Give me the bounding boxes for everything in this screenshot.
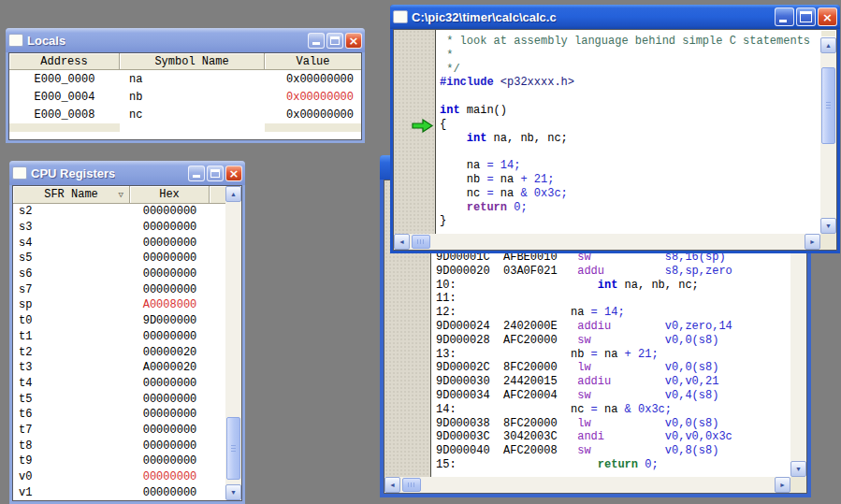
register-row[interactable]: t800000000 xyxy=(13,438,225,454)
locals-table-row[interactable]: E000_0008nc0x00000000 xyxy=(9,106,361,123)
minimize-button[interactable] xyxy=(308,33,325,49)
close-button[interactable]: × xyxy=(818,7,837,26)
register-row[interactable]: t700000000 xyxy=(13,423,225,439)
register-row[interactable]: t500000000 xyxy=(13,391,225,407)
column-header-value[interactable]: Value xyxy=(265,53,361,70)
minimize-icon xyxy=(779,20,787,22)
cell: na xyxy=(120,73,265,86)
cpu-registers-window: CPU Registers × SFR Name ▽ Hex s20000000… xyxy=(9,161,245,504)
window-title: C:\pic32\timer\calc\calc.c xyxy=(412,10,557,24)
code-token: sw xyxy=(577,444,590,457)
locals-table-row[interactable]: E000_0004nb0x00000000 xyxy=(9,88,361,106)
editor-hscrollbar[interactable]: ◄ ► xyxy=(394,234,820,250)
register-row[interactable]: v100000000 xyxy=(13,484,225,500)
register-row[interactable]: s300000000 xyxy=(13,220,225,236)
maximize-button[interactable] xyxy=(796,7,816,26)
code-token: sw xyxy=(577,389,590,402)
code-line: 9D0000388FC20000lwv0,0(s8) xyxy=(436,417,790,431)
register-row[interactable]: v000000000 xyxy=(13,469,225,485)
editor-vscrollbar[interactable]: ▲ ▼ xyxy=(820,30,836,234)
window-title: Locals xyxy=(27,34,65,48)
register-name: t4 xyxy=(13,377,130,390)
register-row[interactable]: t09D000000 xyxy=(13,313,225,329)
editor-code[interactable]: * look at assembly language behind simpl… xyxy=(440,35,820,234)
cpu-registers-header[interactable]: SFR Name ▽ Hex xyxy=(13,186,225,204)
cpu-registers-titlebar[interactable]: CPU Registers × xyxy=(9,161,245,185)
code-line: intmain() xyxy=(440,104,820,118)
scroll-left-button[interactable]: ◄ xyxy=(384,477,400,493)
code-token: nb xyxy=(467,173,480,186)
splitter-box[interactable] xyxy=(820,30,836,37)
column-header-hex[interactable]: Hex xyxy=(130,186,210,204)
code-line xyxy=(440,90,820,104)
locals-table-row[interactable]: E000_0000na0x00000000 xyxy=(9,70,361,88)
register-row[interactable]: t200000020 xyxy=(13,344,225,360)
column-header-sfr-name[interactable]: SFR Name ▽ xyxy=(13,186,130,204)
minimize-button[interactable] xyxy=(188,166,205,181)
scroll-down-button[interactable]: ▼ xyxy=(820,218,836,234)
disassembly-hscrollbar[interactable]: ◄ ► xyxy=(384,477,790,493)
register-row[interactable]: t600000000 xyxy=(13,407,225,423)
register-row[interactable]: t100000000 xyxy=(13,329,225,345)
editor-titlebar[interactable]: C:\pic32\timer\calc\calc.c × xyxy=(390,5,840,29)
scroll-left-button[interactable]: ◄ xyxy=(394,234,410,250)
minimize-button[interactable] xyxy=(775,7,794,26)
close-button[interactable]: × xyxy=(345,33,362,49)
maximize-button[interactable] xyxy=(326,33,343,49)
code-token: * look at assembly language behind simpl… xyxy=(446,35,810,48)
register-row[interactable]: t900000000 xyxy=(13,454,225,469)
register-row[interactable]: s200000000 xyxy=(13,204,225,220)
code-token: andi xyxy=(577,430,604,443)
close-icon: × xyxy=(349,35,359,47)
code-line: { xyxy=(440,118,820,132)
cell: E000_0004 xyxy=(9,91,120,104)
code-token: = xyxy=(486,173,493,186)
scroll-down-button[interactable]: ▼ xyxy=(790,461,806,477)
code-token: lw xyxy=(577,417,590,430)
register-row[interactable]: spA0008000 xyxy=(13,297,225,313)
close-button[interactable]: × xyxy=(225,166,242,181)
register-row[interactable]: s700000000 xyxy=(13,281,225,297)
register-row[interactable]: s400000000 xyxy=(13,235,225,251)
locals-header[interactable]: Address Symbol Name Value xyxy=(9,53,361,70)
register-row[interactable]: t3A0000020 xyxy=(13,360,225,376)
code-line: 9D000028AFC20000swv0,0(s8) xyxy=(436,334,790,348)
code-token: <p32xxxx.h> xyxy=(500,76,574,89)
code-token: AFC20004 xyxy=(503,389,558,402)
code-line: #include<p32xxxx.h> xyxy=(440,76,820,90)
locals-titlebar[interactable]: Locals × xyxy=(6,28,365,52)
editor-client: * look at assembly language behind simpl… xyxy=(393,29,837,251)
code-line: 10:intna, nb, nc; xyxy=(436,279,790,293)
code-token: 14: xyxy=(436,403,457,416)
editor-gutter xyxy=(394,30,436,234)
column-header-address[interactable]: Address xyxy=(9,53,120,70)
scroll-up-button[interactable]: ▲ xyxy=(820,37,836,53)
code-token: 9D000024 xyxy=(436,320,490,333)
code-token: = xyxy=(486,187,493,200)
scroll-right-button[interactable]: ► xyxy=(805,234,820,250)
code-token: 11: xyxy=(436,292,457,305)
scroll-down-button[interactable]: ▼ xyxy=(225,484,241,500)
disassembly-code[interactable]: 9D00001CAFBE0010sws8,16(sp)9D00002003A0F… xyxy=(436,251,790,477)
code-line: 13:nb=na+21; xyxy=(436,348,790,362)
code-token: 0; xyxy=(514,201,527,214)
column-header-filler xyxy=(210,186,225,204)
register-name: s6 xyxy=(13,267,130,281)
scroll-up-button[interactable]: ▲ xyxy=(225,186,241,202)
register-value: 00000000 xyxy=(130,393,210,406)
vscroll-thumb[interactable] xyxy=(821,67,835,144)
code-line: * look at assembly language behind simpl… xyxy=(440,35,820,49)
maximize-button[interactable] xyxy=(207,166,224,181)
hscroll-thumb[interactable] xyxy=(412,235,430,249)
window-icon xyxy=(12,166,27,180)
arrow-right-icon: ► xyxy=(779,482,786,488)
register-row[interactable]: t400000000 xyxy=(13,376,225,392)
column-header-symbol[interactable]: Symbol Name xyxy=(120,53,265,70)
vscroll-thumb[interactable] xyxy=(226,417,240,480)
register-row[interactable]: s500000000 xyxy=(13,251,225,266)
cpu-vscrollbar[interactable]: ▲ ▼ xyxy=(225,186,241,500)
hscroll-thumb[interactable] xyxy=(402,478,421,492)
scroll-right-button[interactable]: ► xyxy=(775,477,790,493)
cell: E000_0008 xyxy=(9,108,120,122)
register-row[interactable]: s600000000 xyxy=(13,266,225,282)
